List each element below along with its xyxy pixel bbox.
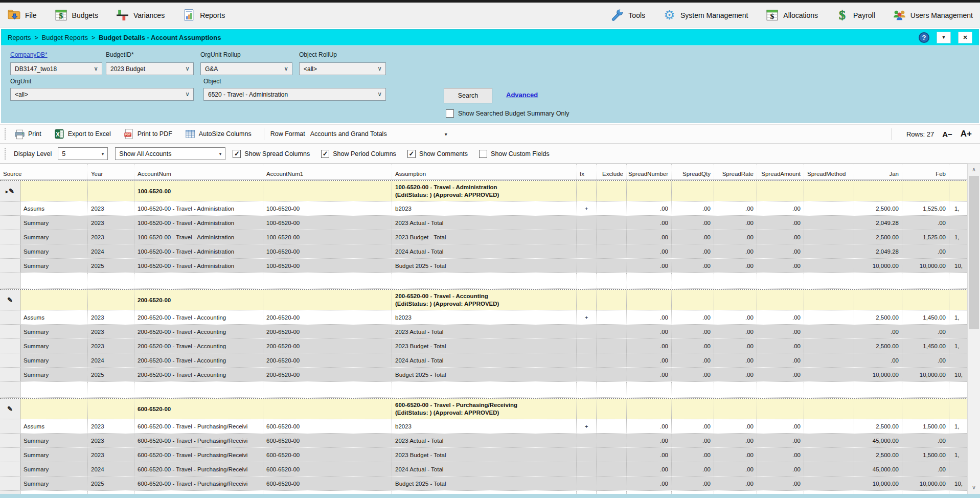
autosize-columns-label: AutoSize Columns	[199, 130, 252, 138]
cell-sel: ▸✎	[0, 181, 20, 201]
col-header-spreadamount[interactable]: SpreadAmount	[757, 164, 804, 179]
accounts-filter-select[interactable]: Show All Accounts ▾	[115, 147, 225, 160]
detail-row[interactable]: Summary2024200-6520-00 - Travel - Accoun…	[0, 353, 968, 368]
detail-row[interactable]: Summary2025100-6520-00 - Travel - Admini…	[0, 259, 968, 273]
search-button[interactable]: Search	[444, 88, 492, 103]
detail-row[interactable]: Assums2023100-6520-00 - Travel - Adminis…	[0, 201, 968, 216]
font-smaller-button[interactable]: A−	[942, 130, 952, 139]
view-option-show-custom-fields[interactable]: Show Custom Fields	[479, 150, 550, 158]
col-header-spreadqty[interactable]: SpreadQty	[672, 164, 714, 179]
menu-item-users-management[interactable]: Users Management	[893, 8, 973, 22]
group-header-row[interactable]: ▸✎100-6520-00100-6520-00 - Travel - Admi…	[0, 180, 968, 201]
scroll-down-icon[interactable]: ∨	[968, 482, 980, 493]
detail-row[interactable]: Summary2025200-6520-00 - Travel - Accoun…	[0, 368, 968, 382]
scrollbar-thumb[interactable]	[969, 176, 979, 329]
close-button[interactable]: ✕	[958, 32, 972, 43]
menu-item-reports[interactable]: Reports	[182, 8, 225, 22]
col-header-fx[interactable]: fx	[577, 164, 597, 179]
detail-row[interactable]: Summary2023200-6520-00 - Travel - Accoun…	[0, 339, 968, 353]
menu-item-payroll[interactable]: $Payroll	[835, 8, 875, 22]
cell-sel	[0, 419, 20, 433]
menu-item-system-management[interactable]: ⚙System Management	[663, 8, 748, 22]
companydb-label[interactable]: CompanyDB*	[10, 51, 48, 58]
edit-pencil-icon[interactable]: ✎	[7, 405, 13, 413]
budgets-icon: $	[54, 8, 68, 22]
display-level-select[interactable]: 5 ▾	[58, 147, 108, 160]
toolbar-grip[interactable]	[5, 148, 8, 160]
edit-pencil-icon[interactable]: ✎	[9, 187, 14, 195]
detail-row[interactable]: Summary2023100-6520-00 - Travel - Admini…	[0, 230, 968, 244]
detail-row[interactable]: Summary2023200-6520-00 - Travel - Accoun…	[0, 325, 968, 339]
checkbox[interactable]	[479, 150, 487, 158]
col-header-assumption[interactable]: Assumption	[392, 164, 577, 179]
cell-assumption: Budget 2025 - Total	[392, 259, 577, 273]
help-icon[interactable]: ?	[919, 32, 929, 43]
budgetid-select[interactable]: 2023 Budget∨	[106, 62, 194, 75]
orgunit-label: OrgUnit	[10, 78, 31, 85]
cell-sel	[0, 477, 20, 490]
cell-account_num: 100-6520-00 - Travel - Administration	[134, 230, 263, 244]
group-header-row[interactable]: ✎200-6520-00200-6520-00 - Travel - Accou…	[0, 289, 968, 310]
col-header-spreadrate[interactable]: SpreadRate	[714, 164, 757, 179]
view-option-show-comments[interactable]: ✓Show Comments	[407, 150, 468, 158]
menu-item-allocations[interactable]: $Allocations	[765, 8, 818, 22]
cell-sel: ✎	[0, 290, 20, 310]
cell-spread_rate: .00	[714, 325, 757, 338]
row-format-select[interactable]: Accounts and Grand Totals ▾	[310, 130, 447, 138]
object-rollup-select[interactable]: <all>∨	[299, 62, 386, 75]
detail-row[interactable]: Summary2024100-6520-00 - Travel - Admini…	[0, 244, 968, 259]
cell-spread_method	[804, 273, 854, 288]
font-larger-button[interactable]: A+	[961, 129, 972, 139]
detail-row[interactable]: Assums2023600-6520-00 - Travel - Purchas…	[0, 419, 968, 434]
col-header-feb[interactable]: Feb	[902, 164, 949, 179]
detail-row[interactable]: Summary2023600-6520-00 - Travel - Purcha…	[0, 434, 968, 448]
orgunit-select[interactable]: <all>∨	[10, 88, 194, 101]
col-header-accountnum[interactable]: AccountNum	[134, 164, 263, 179]
cell-spread_number	[627, 382, 672, 397]
detail-row[interactable]: Summary2023600-6520-00 - Travel - Purcha…	[0, 448, 968, 462]
detail-row[interactable]: Summary2023100-6520-00 - Travel - Admini…	[0, 216, 968, 230]
print-pdf-button[interactable]: PDF Print to PDF	[123, 128, 172, 140]
menu-item-budgets[interactable]: $Budgets	[54, 8, 98, 22]
cell-jan: 2,500.00	[854, 230, 902, 244]
group-header-row[interactable]: ✎600-6520-00600-6520-00 - Travel - Purch…	[0, 398, 968, 419]
col-header-year[interactable]: Year	[88, 164, 134, 179]
breadcrumb-link[interactable]: Reports	[8, 34, 31, 41]
checkbox[interactable]: ✓	[321, 150, 329, 158]
vertical-scrollbar[interactable]: ∧ ∨	[967, 164, 980, 494]
view-option-show-period-columns[interactable]: ✓Show Period Columns	[321, 150, 396, 158]
col-header-source[interactable]: Source	[0, 164, 88, 179]
scroll-up-icon[interactable]: ∧	[968, 164, 980, 175]
menu-item-tools[interactable]: Tools	[610, 8, 645, 22]
col-header-jan[interactable]: Jan	[854, 164, 902, 179]
toolbar-grip[interactable]	[5, 128, 8, 140]
col-header-accountnum1[interactable]: AccountNum1	[263, 164, 392, 179]
detail-row[interactable]: Summary2024600-6520-00 - Travel - Purcha…	[0, 462, 968, 477]
print-button[interactable]: Print	[14, 128, 41, 140]
col-header-spreadnumber[interactable]: SpreadNumber	[627, 164, 672, 179]
cell-spread_amount	[757, 181, 804, 201]
summary-only-checkbox[interactable]	[446, 109, 454, 118]
orgunit-rollup-select[interactable]: G&A∨	[200, 62, 292, 75]
menu-item-file[interactable]: File	[7, 8, 37, 22]
checkbox[interactable]: ✓	[407, 150, 416, 158]
breadcrumb-link[interactable]: Budget Reports	[42, 34, 88, 41]
col-header-exclude[interactable]: Exclude	[597, 164, 627, 179]
detail-row[interactable]: Summary2025600-6520-00 - Travel - Purcha…	[0, 477, 968, 491]
cell-spread_method	[804, 399, 854, 419]
menu-item-variances[interactable]: Variances	[116, 8, 165, 22]
autosize-columns-button[interactable]: AutoSize Columns	[185, 128, 252, 140]
detail-row[interactable]: Assums2023200-6520-00 - Travel - Account…	[0, 310, 968, 325]
cell-next	[949, 434, 968, 447]
checkbox[interactable]: ✓	[233, 150, 241, 158]
edit-pencil-icon[interactable]: ✎	[7, 296, 13, 304]
view-option-show-spread-columns[interactable]: ✓Show Spread Columns	[233, 150, 310, 158]
companydb-select[interactable]: DB3147_two18∨	[10, 62, 102, 75]
export-excel-button[interactable]: X Export to Excel	[54, 128, 111, 140]
col-header-spreadmethod[interactable]: SpreadMethod	[804, 164, 854, 179]
cell-sel	[0, 434, 20, 447]
object-select[interactable]: 6520 - Travel - Administration∨	[203, 88, 386, 101]
summary-only-option[interactable]: Show Searched Budget Summary Only	[446, 109, 569, 118]
collapse-dropdown-button[interactable]: ▼	[937, 32, 951, 43]
advanced-link[interactable]: Advanced	[506, 91, 538, 99]
